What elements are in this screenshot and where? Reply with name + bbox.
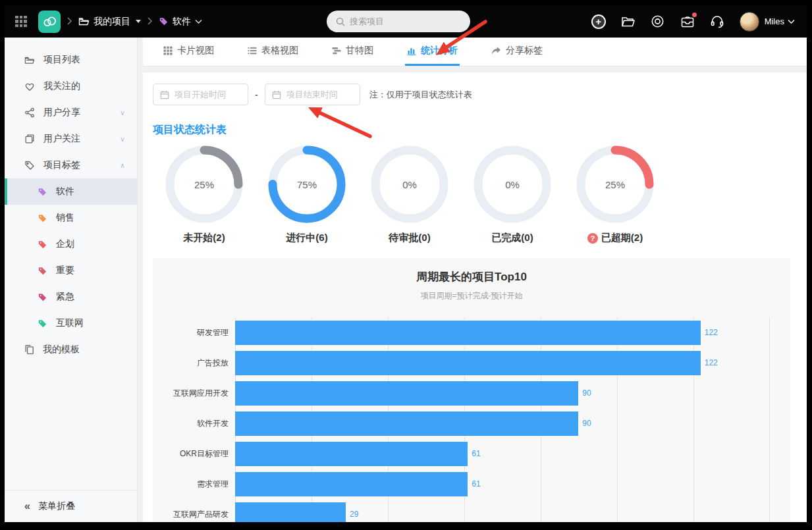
list-icon [248,46,257,55]
app-logo[interactable] [38,11,61,33]
sidebar-item-label: 项目标签 [43,159,80,171]
help-circle-icon[interactable] [651,14,665,29]
breadcrumb-separator-icon [147,16,153,27]
status-donut-1: 75% 进行中(6) [256,146,358,244]
chevron-down-icon [195,19,202,24]
stats-content: - 注：仅用于项目状态统计表 项目状态统计表 25% 未 [143,72,807,522]
sidebar-item-my-templates[interactable]: 我的模板 [5,336,137,363]
collapse-icon: « [24,500,30,512]
tag-icon [38,319,47,329]
bar-chart: 研发管理 122广告投放 122互联网应用开发 90软件开发 90OKR目标管理… [235,317,770,522]
end-date-input[interactable] [286,90,352,99]
tab-label: 甘特图 [346,45,373,57]
heart-icon [24,82,35,92]
chart-title: 周期最长的项目Top10 [153,269,790,284]
sidebar-item-label: 用户分享 [43,107,80,119]
cloud-logo-icon [41,14,57,30]
filter-note: 注：仅用于项目状态统计表 [369,89,472,101]
donut-label: 未开始(2) [183,232,225,244]
bar-category-label: OKR目标管理 [155,448,229,460]
bar-value-label: 122 [705,358,718,367]
donut-percent: 0% [371,146,448,223]
donut-percent: 75% [268,146,346,223]
user-menu-chevron-icon[interactable] [788,19,795,24]
tab-gantt[interactable]: 甘特图 [330,38,375,66]
notification-badge [692,13,697,17]
top-bar: 我的项目 软件 [5,5,807,38]
sidebar-item-user-share[interactable]: 用户分享∨ [5,99,137,126]
grid-icon [163,46,173,55]
project-start-date-field[interactable] [153,84,248,105]
tag-label: 销售 [56,212,74,224]
sidebar-item-label: 我的模板 [43,344,80,356]
bar-value-label: 61 [472,479,480,489]
sidebar-tag-internet[interactable]: 互联网 [5,310,137,336]
top10-chart-panel: 周期最长的项目Top10 项目周期=预计完成-预计开始 研发管理 122广告投放… [153,258,790,522]
inbox-icon[interactable] [680,14,695,29]
search-input[interactable] [350,16,448,26]
headset-icon[interactable] [710,14,724,29]
tab-table-view[interactable]: 表格视图 [246,38,300,66]
tab-share-tags[interactable]: 分享标签 [489,38,545,66]
sidebar-tag-urgent[interactable]: 紧急 [5,284,137,310]
tab-label: 表格视图 [261,45,298,57]
breadcrumb-separator-icon [67,16,72,27]
sidebar: 项目列表 我关注的 用户分享∨ 用户关注∨ 项目标签∧ 软件 销售 企划 重要 … [5,38,138,522]
bar [235,351,701,375]
project-search[interactable] [327,11,470,32]
create-button[interactable]: + [591,14,606,29]
bar-value-label: 61 [472,449,480,458]
user-name: Miles [765,16,784,26]
bar [235,502,346,523]
tag-icon [38,213,47,223]
sidebar-item-my-follows[interactable]: 我关注的 [5,73,137,99]
bar-row-3: 软件开发 90 [235,408,769,438]
screenshot-frame: 我的项目 软件 [0,0,812,530]
tag-label: 企划 [56,238,74,250]
user-avatar[interactable] [740,12,759,32]
tag-icon [159,16,169,26]
tag-icon [38,187,47,197]
help-question-icon[interactable]: ? [587,233,598,244]
tab-stats[interactable]: 统计分析 [405,38,460,66]
bar-row-0: 研发管理 122 [235,317,769,348]
tag-icon [24,160,35,171]
sidebar-item-project-list[interactable]: 项目列表 [5,47,137,73]
breadcrumb-tag[interactable]: 软件 [159,16,202,28]
tag-label: 互联网 [56,317,84,329]
bar-row-6: 互联网产品研发 29 [235,499,769,522]
tab-label: 卡片视图 [177,45,214,57]
apps-grid-icon[interactable] [15,16,27,28]
donut-label: 待审批(0) [389,232,430,244]
projects-folder-icon[interactable] [621,14,636,29]
project-end-date-field[interactable] [265,84,360,105]
menu-collapse-button[interactable]: « 菜单折叠 [5,490,137,522]
folder-icon [78,16,90,26]
sidebar-tag-sales[interactable]: 销售 [5,205,137,231]
sidebar-tag-important[interactable]: 重要 [5,257,137,284]
bar-category-label: 互联网应用开发 [155,388,229,399]
sidebar-item-label: 项目列表 [43,54,80,66]
donut-label: 进行中(6) [286,232,327,244]
sidebar-tag-software[interactable]: 软件 [5,178,137,205]
donut-label: ?已超期(2) [587,232,643,244]
sidebar-tag-planning[interactable]: 企划 [5,231,137,257]
start-date-input[interactable] [175,90,240,99]
chevron-down-icon: ∨ [120,109,125,117]
chart-subtitle: 项目周期=预计完成-预计开始 [153,290,790,302]
view-tabbar: 卡片视图 表格视图 甘特图 统计分析 分享标签 [143,38,807,66]
gantt-icon [332,46,341,55]
calendar-icon [160,90,169,99]
status-donut-2: 0% 待审批(0) [358,146,461,244]
donut-label: 已完成(0) [491,232,533,244]
sidebar-item-user-follow[interactable]: 用户关注∨ [5,126,137,152]
bar-category-label: 需求管理 [155,479,229,490]
breadcrumb-project-group[interactable]: 我的项目 [78,16,141,28]
donut-gauge: 75% [268,146,346,223]
tab-label: 统计分析 [421,45,458,57]
tag-icon [38,266,47,276]
bar-category-label: 互联网产品研发 [155,509,229,520]
tab-card-view[interactable]: 卡片视图 [161,38,216,66]
sidebar-item-project-tags[interactable]: 项目标签∧ [5,152,137,178]
sidebar-item-label: 用户关注 [43,133,80,145]
